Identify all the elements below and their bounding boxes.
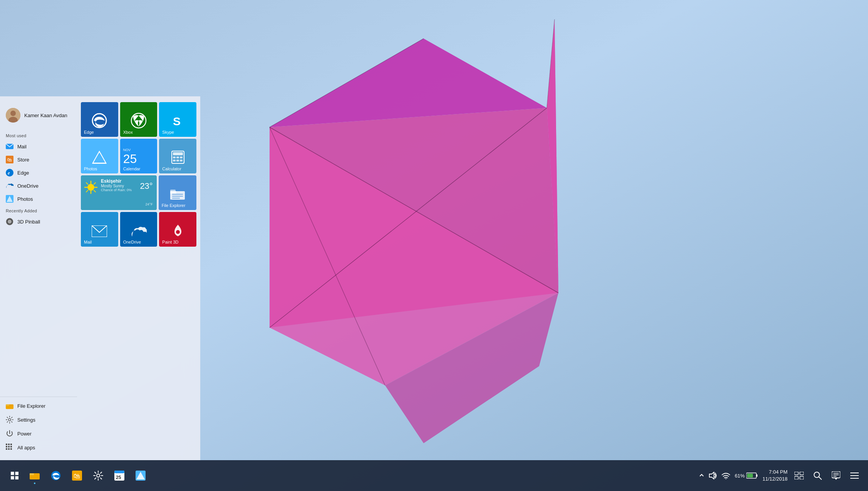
- svg-point-67: [176, 229, 177, 230]
- svg-rect-90: [794, 476, 798, 479]
- svg-point-84: [725, 478, 726, 479]
- app-list-item-store[interactable]: 🛍 Store: [0, 153, 77, 166]
- tile-xbox-label: Xbox: [123, 130, 133, 135]
- bottom-item-settings[interactable]: Settings: [0, 413, 77, 427]
- start-button[interactable]: [6, 467, 23, 484]
- svg-rect-33: [6, 448, 7, 450]
- svg-marker-40: [93, 152, 106, 163]
- clock-date: 11/12/2018: [762, 476, 788, 483]
- notifications-button[interactable]: [847, 468, 862, 483]
- 3dpinball-icon: [6, 218, 13, 225]
- weather-sun-icon: [84, 180, 98, 196]
- taskbar-pinned-icons: 🛍 25: [25, 466, 150, 485]
- search-button[interactable]: [810, 468, 825, 483]
- svg-line-55: [86, 183, 88, 184]
- svg-rect-27: [6, 444, 7, 445]
- system-clock[interactable]: 7:04 PM 11/12/2018: [762, 469, 788, 483]
- app-list-item-onedrive[interactable]: OneDrive: [0, 179, 77, 192]
- tile-weather[interactable]: Eskişehir Mostly Sunny Chance of Rain: 0…: [81, 175, 157, 210]
- tile-photos-label: Photos: [84, 166, 97, 171]
- volume-icon[interactable]: [709, 472, 717, 479]
- tray-expand-button[interactable]: [699, 473, 704, 479]
- svg-point-26: [8, 419, 11, 421]
- taskbar-icon-store[interactable]: 🛍: [67, 466, 87, 485]
- taskview-button[interactable]: [791, 468, 807, 483]
- tile-edge[interactable]: Edge: [81, 102, 118, 137]
- start-menu-left-panel: Kamer Kaan Avdan Most used Mail 🛍 Store …: [0, 96, 77, 460]
- tile-calendar-label: Calendar: [123, 166, 141, 171]
- bottom-item-power[interactable]: Power: [0, 427, 77, 441]
- svg-point-50: [87, 184, 94, 191]
- taskbar-icon-fileexplorer[interactable]: [25, 466, 44, 485]
- tile-fileexplorer[interactable]: File Explorer: [159, 175, 196, 210]
- svg-rect-34: [8, 448, 10, 450]
- tile-paint3d[interactable]: Paint 3D: [159, 212, 196, 247]
- taskbar-icon-calendar[interactable]: 25: [110, 466, 129, 485]
- svg-rect-61: [170, 190, 176, 192]
- tile-calculator[interactable]: Calculator: [159, 139, 196, 173]
- svg-rect-91: [800, 476, 804, 479]
- photos-icon-list: [6, 195, 13, 203]
- svg-rect-29: [10, 444, 12, 445]
- svg-point-66: [176, 230, 180, 234]
- store-icon: 🛍: [6, 156, 13, 163]
- app-label-onedrive: OneDrive: [17, 183, 39, 189]
- svg-rect-86: [756, 474, 757, 477]
- onedrive-icon-list: [6, 182, 13, 190]
- mail-icon: [6, 143, 13, 150]
- bottom-menu: File Explorer Settings Power: [0, 397, 77, 454]
- tile-xbox[interactable]: Xbox: [120, 102, 158, 137]
- svg-rect-32: [10, 446, 12, 447]
- svg-point-13: [10, 111, 16, 116]
- bottom-label-allapps: All apps: [17, 445, 35, 451]
- user-profile[interactable]: Kamer Kaan Avdan: [0, 102, 77, 130]
- svg-rect-46: [180, 156, 183, 158]
- svg-text:25: 25: [116, 475, 121, 480]
- tile-photos[interactable]: Photos: [81, 139, 118, 173]
- app-label-store: Store: [17, 157, 29, 163]
- action-center-button[interactable]: [828, 468, 844, 483]
- tile-onedrive-label: OneDrive: [123, 240, 141, 244]
- weather-temp: 23°: [140, 181, 152, 191]
- wifi-icon[interactable]: [722, 472, 730, 479]
- avatar: [6, 108, 20, 123]
- taskbar-icon-settings[interactable]: [89, 466, 108, 485]
- svg-rect-71: [15, 476, 18, 480]
- tile-fileexplorer-label: File Explorer: [162, 203, 186, 208]
- bottom-item-fileexplorer[interactable]: File Explorer: [0, 399, 77, 413]
- svg-text:e: e: [8, 170, 10, 176]
- most-used-header: Most used: [0, 130, 77, 140]
- settings-icon-bottom: [6, 416, 13, 424]
- svg-rect-47: [173, 160, 176, 161]
- tile-skype-label: Skype: [162, 130, 174, 135]
- svg-rect-45: [176, 156, 179, 158]
- calendar-month: NOV: [122, 147, 132, 153]
- svg-rect-89: [800, 472, 804, 475]
- svg-rect-69: [15, 472, 18, 475]
- tile-mail[interactable]: Mail: [81, 212, 118, 247]
- edge-icon-list: e: [6, 169, 13, 177]
- bottom-item-allapps[interactable]: All apps: [0, 441, 77, 454]
- taskbar-icon-edge[interactable]: [46, 466, 65, 485]
- app-list-item-3dpinball[interactable]: 3D Pinball: [0, 215, 77, 228]
- battery-percent: 61%: [735, 473, 745, 479]
- tile-calculator-label: Calculator: [162, 166, 181, 171]
- svg-rect-79: [114, 471, 124, 473]
- app-list-item-edge[interactable]: e Edge: [0, 166, 77, 179]
- tile-onedrive[interactable]: OneDrive: [120, 212, 158, 247]
- svg-rect-87: [747, 474, 753, 478]
- battery-indicator[interactable]: 61%: [735, 473, 758, 479]
- user-name-label: Kamer Kaan Avdan: [24, 113, 67, 118]
- app-list-item-mail[interactable]: Mail: [0, 140, 77, 153]
- svg-rect-49: [180, 160, 183, 161]
- taskbar-icon-photos[interactable]: [131, 466, 150, 485]
- tile-skype[interactable]: S Skype: [159, 102, 196, 137]
- app-label-photos: Photos: [17, 196, 33, 202]
- start-menu-tiles: Edge Xbox S Skype: [77, 96, 200, 460]
- tile-calendar[interactable]: NOV 25 Calendar: [120, 139, 158, 173]
- clock-time: 7:04 PM: [762, 469, 788, 476]
- svg-marker-95: [834, 478, 838, 480]
- svg-rect-30: [6, 446, 7, 447]
- app-list-item-photos[interactable]: Photos: [0, 192, 77, 205]
- app-label-3dpinball: 3D Pinball: [17, 219, 40, 225]
